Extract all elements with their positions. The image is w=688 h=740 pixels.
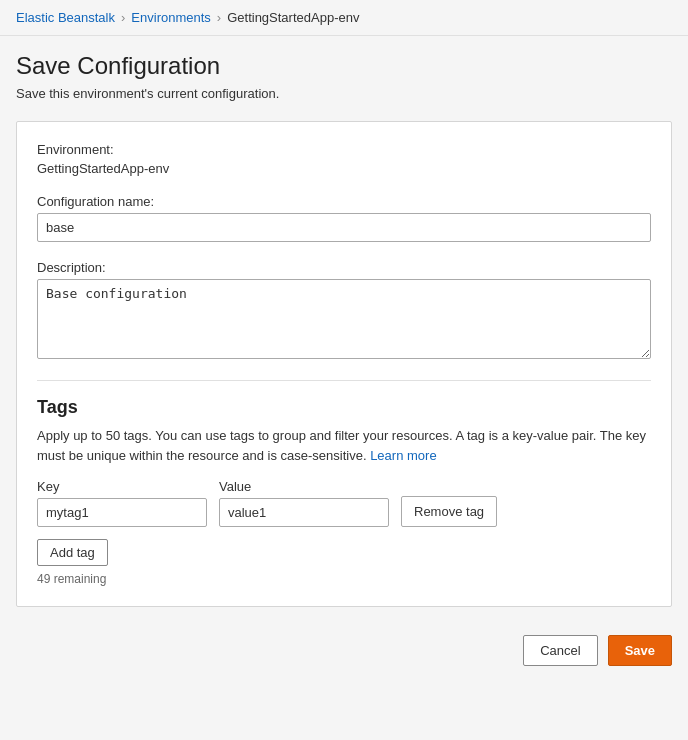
learn-more-link[interactable]: Learn more (370, 448, 436, 463)
add-tag-button[interactable]: Add tag (37, 539, 108, 566)
tags-section: Tags Apply up to 50 tags. You can use ta… (37, 397, 651, 586)
tag-key-group: Key (37, 479, 207, 527)
tags-description-text: Apply up to 50 tags. You can use tags to… (37, 428, 646, 463)
tag-row: Key Value Remove tag (37, 479, 651, 527)
config-name-field-group: Configuration name: (37, 194, 651, 242)
tag-value-input[interactable] (219, 498, 389, 527)
tags-section-title: Tags (37, 397, 651, 418)
config-name-input[interactable] (37, 213, 651, 242)
environment-value: GettingStartedApp-env (37, 161, 651, 176)
breadcrumb-separator-2: › (217, 10, 221, 25)
footer-bar: Cancel Save (0, 623, 688, 678)
breadcrumb: Elastic Beanstalk › Environments › Getti… (0, 0, 688, 36)
breadcrumb-separator-1: › (121, 10, 125, 25)
tags-section-description: Apply up to 50 tags. You can use tags to… (37, 426, 651, 465)
breadcrumb-current: GettingStartedApp-env (227, 10, 359, 25)
description-label: Description: (37, 260, 651, 275)
description-input[interactable] (37, 279, 651, 359)
section-divider (37, 380, 651, 381)
tag-value-label: Value (219, 479, 389, 494)
tag-value-group: Value (219, 479, 389, 527)
page-header: Save Configuration Save this environment… (0, 36, 688, 121)
main-card: Environment: GettingStartedApp-env Confi… (16, 121, 672, 607)
tag-key-label: Key (37, 479, 207, 494)
tag-key-input[interactable] (37, 498, 207, 527)
environment-field-group: Environment: GettingStartedApp-env (37, 142, 651, 176)
environment-label: Environment: (37, 142, 651, 157)
page-subtitle: Save this environment's current configur… (16, 86, 672, 101)
breadcrumb-elastic-beanstalk[interactable]: Elastic Beanstalk (16, 10, 115, 25)
remaining-tags-text: 49 remaining (37, 572, 651, 586)
save-button[interactable]: Save (608, 635, 672, 666)
page-title: Save Configuration (16, 52, 672, 80)
cancel-button[interactable]: Cancel (523, 635, 597, 666)
remove-tag-button[interactable]: Remove tag (401, 496, 497, 527)
breadcrumb-environments[interactable]: Environments (131, 10, 210, 25)
description-field-group: Description: (37, 260, 651, 362)
config-name-label: Configuration name: (37, 194, 651, 209)
